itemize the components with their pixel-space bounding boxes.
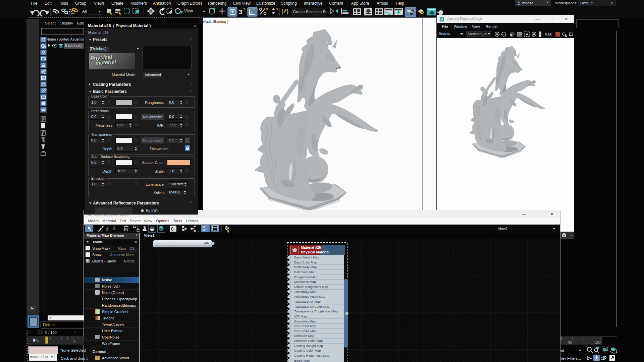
svg-text:3: 3 [441, 17, 443, 21]
svg-text:?: ? [266, 7, 268, 12]
svg-text:{: { [281, 9, 283, 14]
svg-text:View: View [184, 9, 193, 13]
svg-text:0: 0 [171, 226, 174, 232]
svg-text:3: 3 [239, 8, 243, 15]
svg-text:All: All [82, 9, 87, 14]
svg-text:}: } [287, 9, 289, 14]
svg-text:?: ? [243, 7, 246, 12]
svg-text:0: 0 [46, 341, 48, 344]
svg-text:RGB: RGB [502, 34, 506, 36]
svg-text:5: 5 [73, 340, 75, 344]
svg-text:View1: View1 [498, 227, 508, 231]
svg-text:?: ? [253, 7, 255, 12]
svg-text:1:1: 1:1 [518, 33, 522, 36]
svg-text:?: ? [276, 8, 278, 12]
svg-text:0.00: 0.00 [545, 32, 552, 36]
svg-text:Create Selection Se: Create Selection Se [293, 10, 327, 14]
